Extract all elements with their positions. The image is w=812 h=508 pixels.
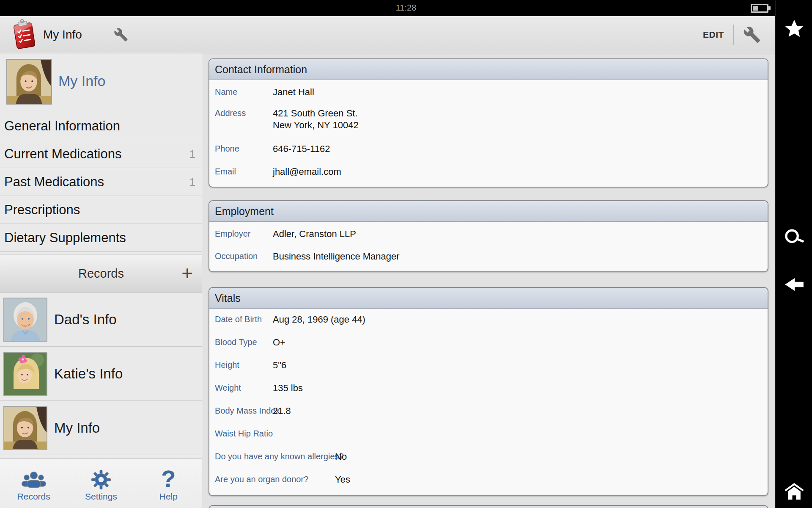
search-button[interactable] [776, 225, 812, 249]
battery-nub [768, 6, 771, 10]
records-section-header: Records + [0, 254, 202, 293]
record-item-katies-info[interactable]: Katie's Info [0, 347, 202, 401]
section-header: Vitals [209, 288, 768, 309]
section-contact-information: Contact Information Name Janet Hall Addr… [208, 58, 768, 188]
field-value: Janet Hall [273, 86, 314, 98]
section-partial-next [208, 505, 768, 508]
field-row-name: Name Janet Hall [209, 86, 768, 99]
page-title: My Info [43, 16, 82, 53]
field-value: Adler, Cranston LLP [273, 228, 356, 240]
field-label: Weight [215, 383, 241, 393]
section-employment: Employment Employer Adler, Cranston LLP … [208, 200, 768, 272]
field-row-body-mass-index: Body Mass Index 21.8 [209, 405, 768, 418]
avatar [3, 406, 47, 450]
avatar [3, 298, 47, 342]
field-value: jhall@email.com [273, 166, 341, 178]
field-label: Email [215, 167, 236, 177]
field-row-organ-donor: Are you an organ donor? Yes [209, 474, 768, 486]
settings-wrench-icon[interactable] [741, 24, 763, 46]
records-title: Records [78, 267, 124, 281]
field-value: 646-715-1162 [273, 143, 330, 155]
sidebar-item-prescriptions[interactable]: Prescriptions [0, 196, 202, 224]
status-bar: 11:28 [0, 0, 812, 16]
section-header: Employment [209, 201, 768, 222]
field-row-allergies: Do you have any known allergies? No [209, 451, 768, 464]
field-row-height: Height 5"6 [209, 359, 768, 372]
field-label: Waist Hip Ratio [215, 429, 273, 439]
app-header: My Info EDIT [0, 16, 775, 53]
menu-label: General Information [4, 119, 120, 133]
record-item-my-info[interactable]: My Info [0, 401, 202, 455]
menu-label: Prescriptions [4, 202, 80, 217]
avatar [3, 352, 47, 396]
sidebar-toolbar: Records [0, 458, 202, 508]
sidebar-my-info-title[interactable]: My Info [58, 73, 105, 89]
field-value: O+ [273, 337, 285, 348]
field-label: Date of Birth [215, 315, 262, 324]
toolbar-records-button[interactable]: Records [0, 459, 67, 508]
edit-button[interactable]: EDIT [694, 16, 732, 53]
field-label: Phone [215, 144, 239, 154]
field-label: Height [215, 360, 239, 370]
record-item-dads-info[interactable]: Dad's Info [0, 293, 202, 347]
sidebar: My Info General Information Current Medi… [0, 53, 202, 508]
field-value: Aug 28, 1969 (age 44) [273, 314, 365, 326]
record-name: Dad's Info [54, 293, 117, 347]
record-name: Katie's Info [54, 347, 123, 401]
field-value: 5"6 [273, 359, 286, 371]
home-button[interactable] [776, 479, 812, 503]
field-value: 421 South Green St.New York, NY 10042 [273, 108, 359, 131]
battery-level [753, 6, 758, 11]
field-row-phone: Phone 646-715-1162 [209, 143, 768, 156]
field-row-occupation: Occupation Business Intelligence Manager [209, 251, 768, 263]
field-label: Body Mass Index [215, 406, 280, 416]
field-row-waist-hip-ratio: Waist Hip Ratio [209, 428, 768, 441]
favorite-star-button[interactable] [776, 17, 812, 41]
profile-avatar[interactable] [6, 59, 52, 105]
toolbar-label: Records [17, 491, 50, 502]
section-header [209, 506, 768, 508]
field-row-weight: Weight 135 lbs [209, 382, 768, 395]
back-button[interactable] [776, 273, 812, 296]
field-value: No [335, 451, 347, 463]
field-label: Blood Type [215, 337, 257, 347]
menu-label: Past Medications [4, 174, 104, 189]
main-content: Contact Information Name Janet Hall Addr… [203, 53, 775, 508]
field-label: Occupation [215, 251, 258, 261]
sidebar-item-current-medications[interactable]: Current Medications 1 [0, 140, 202, 168]
field-row-email: Email jhall@email.com [209, 166, 768, 179]
menu-label: Dietary Supplements [4, 230, 126, 245]
field-label: Do you have any known allergies? [215, 452, 344, 461]
app-logo-clipboard-icon [8, 18, 39, 51]
sidebar-item-general-information[interactable]: General Information [0, 112, 202, 140]
gear-icon [90, 467, 112, 491]
count-badge: 1 [189, 168, 195, 196]
people-icon [21, 467, 47, 491]
battery-icon [751, 4, 768, 13]
header-divider [733, 25, 734, 45]
record-name: My Info [54, 401, 100, 455]
toolbar-settings-button[interactable]: Settings [67, 459, 134, 508]
sidebar-item-past-medications[interactable]: Past Medications 1 [0, 168, 202, 196]
toolbar-label: Help [159, 491, 178, 502]
question-mark-icon: ? [161, 467, 176, 491]
field-row-date-of-birth: Date of Birth Aug 28, 1969 (age 44) [209, 314, 768, 326]
clock: 11:28 [0, 3, 812, 13]
toolbar-label: Settings [85, 491, 117, 502]
field-row-address: Address 421 South Green St.New York, NY … [209, 108, 768, 132]
toolbar-help-button[interactable]: ? Help [135, 459, 202, 508]
tools-wrench-icon[interactable] [112, 25, 130, 44]
field-label: Name [215, 87, 237, 97]
add-record-button[interactable]: + [178, 255, 196, 293]
sidebar-item-dietary-supplements[interactable]: Dietary Supplements [0, 224, 202, 252]
sidebar-menu: General Information Current Medications … [0, 112, 202, 252]
count-badge: 1 [189, 140, 195, 168]
field-label: Address [215, 108, 246, 118]
field-row-employer: Employer Adler, Cranston LLP [209, 228, 768, 241]
field-value: Yes [335, 474, 350, 486]
field-row-blood-type: Blood Type O+ [209, 337, 768, 349]
field-label: Are you an organ donor? [215, 475, 308, 484]
app-screen: 11:28 [0, 0, 812, 508]
field-value: 21.8 [273, 405, 291, 417]
field-value: Business Intelligence Manager [273, 251, 400, 262]
